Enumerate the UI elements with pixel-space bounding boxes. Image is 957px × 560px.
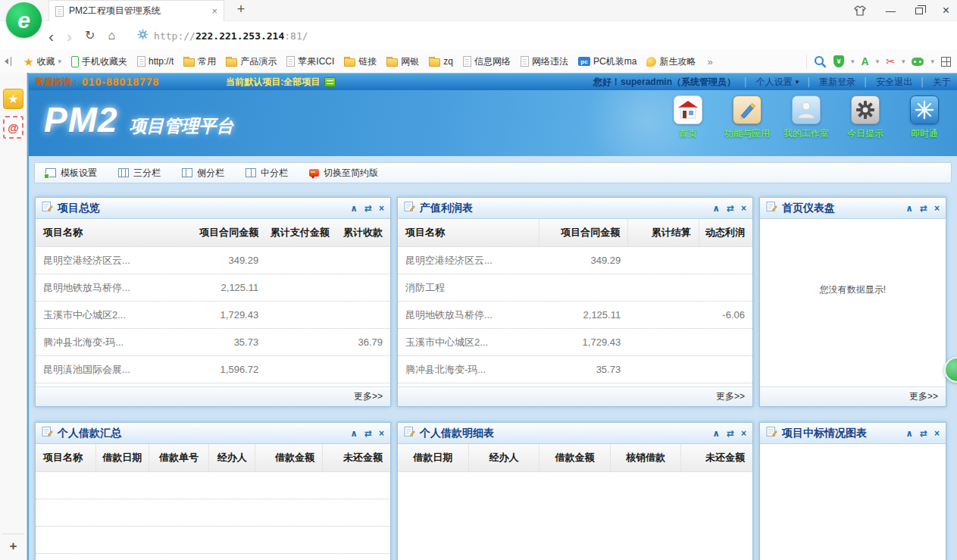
folder-icon xyxy=(429,58,440,67)
personal-settings-link[interactable]: 个人设置 xyxy=(756,76,793,89)
table-cell: 1,729.43 xyxy=(177,302,266,328)
note-icon xyxy=(42,426,53,440)
logo-text: PM2 xyxy=(44,99,118,140)
app-topbar: 客服咨询： 010-88018778 当前默认项目:全部项目 您好！supera… xyxy=(29,73,957,90)
column-header: 项目名称 xyxy=(36,444,96,471)
folder-icon xyxy=(344,58,355,67)
refresh-icon[interactable]: ⇄ xyxy=(920,203,927,214)
column-header: 未还金额 xyxy=(323,444,390,471)
bookmark-folder[interactable]: 网银 xyxy=(386,55,419,68)
bookmark-favorites[interactable]: ★收藏▾ xyxy=(23,55,61,68)
browser-tab[interactable]: PM2工程项目管理系统 × xyxy=(48,0,224,21)
refresh-icon[interactable]: ⇄ xyxy=(364,428,372,439)
nav-workspace[interactable]: 我的工作室 xyxy=(781,95,831,140)
table-cell xyxy=(266,274,337,301)
tab-close-icon[interactable]: × xyxy=(211,5,217,17)
more-link[interactable]: 更多>> xyxy=(909,390,938,403)
collapse-sidebar-icon[interactable] xyxy=(5,57,12,66)
money-shield-icon[interactable]: ¥ xyxy=(833,55,844,67)
browser-logo-icon[interactable]: e xyxy=(6,2,42,38)
sidebar-add-button[interactable]: + xyxy=(0,539,27,554)
close-icon[interactable]: × xyxy=(934,428,940,439)
new-tab-button[interactable]: + xyxy=(232,2,250,17)
refresh-icon[interactable]: ⇄ xyxy=(364,203,372,214)
table-cell: -6.06 xyxy=(699,302,752,328)
switch-simple-button[interactable]: 切换至简约版 xyxy=(309,167,378,180)
template-settings-button[interactable]: 模板设置 xyxy=(45,167,97,180)
collapse-icon[interactable]: ∧ xyxy=(350,428,358,439)
forward-button[interactable]: › xyxy=(67,28,72,44)
skin-icon[interactable] xyxy=(854,5,866,16)
close-icon[interactable]: × xyxy=(379,428,384,439)
mid-column-icon xyxy=(246,168,256,177)
nav-messenger[interactable]: 即时通 xyxy=(899,95,949,140)
games-icon[interactable] xyxy=(912,58,924,66)
close-icon[interactable]: × xyxy=(741,203,746,214)
refresh-icon[interactable]: ⇄ xyxy=(727,428,734,439)
chevron-down-icon: ▾ xyxy=(796,78,799,86)
logout-link[interactable]: 安全退出 xyxy=(876,76,912,89)
bookmark-folder[interactable]: 常用 xyxy=(183,55,216,68)
collapse-icon[interactable]: ∧ xyxy=(712,428,720,439)
phone-icon xyxy=(71,56,79,67)
apps-grid-icon[interactable] xyxy=(941,57,951,67)
bookmark-item[interactable]: 信息网络 xyxy=(463,55,511,68)
quick-search-icon[interactable] xyxy=(814,55,827,68)
more-link[interactable]: 更多>> xyxy=(716,390,745,403)
nav-functions[interactable]: 功能与应用 xyxy=(722,95,772,140)
bookmark-mobile-favorites[interactable]: 手机收藏夹 xyxy=(71,55,127,68)
close-window-button[interactable]: × xyxy=(943,4,949,17)
about-link[interactable]: 关于 xyxy=(933,76,951,89)
more-link[interactable]: 更多>> xyxy=(354,390,383,403)
home-button[interactable]: ⌂ xyxy=(108,30,115,42)
bookmark-item[interactable]: 新生攻略 xyxy=(646,55,696,68)
close-icon[interactable]: × xyxy=(379,203,384,214)
logo-subtitle: 项目管理平台 xyxy=(130,114,234,138)
current-project-label[interactable]: 当前默认项目:全部项目 xyxy=(226,76,320,89)
relogin-link[interactable]: 重新登录 xyxy=(819,76,855,89)
url-field[interactable]: http://222.221.253.214:81/ xyxy=(137,29,561,42)
bookmark-folder[interactable]: 产品演示 xyxy=(226,55,277,68)
refresh-icon[interactable]: ⇄ xyxy=(727,203,734,214)
collapse-icon[interactable]: ∧ xyxy=(350,203,358,214)
font-zoom-icon[interactable]: A xyxy=(862,55,869,67)
side-column-button[interactable]: 侧分栏 xyxy=(182,167,224,180)
mid-column-button[interactable]: 中分栏 xyxy=(246,167,288,180)
minimize-button[interactable]: — xyxy=(886,5,896,17)
panel-titlebar: 个人借款汇总 ∧ ⇄ × xyxy=(36,423,390,444)
table-cell xyxy=(209,527,255,553)
nav-home[interactable]: 首页 xyxy=(663,95,713,140)
bookmark-item[interactable]: http://t xyxy=(137,56,174,67)
sidebar-star-button[interactable]: ★ xyxy=(3,89,23,109)
bookmarks-overflow-icon[interactable]: » xyxy=(707,56,712,67)
table-cell xyxy=(337,247,390,274)
home-icon xyxy=(674,95,702,124)
three-column-button[interactable]: 三分栏 xyxy=(118,167,161,180)
bookmark-folder[interactable]: 链接 xyxy=(344,55,377,68)
panel-titlebar: 个人借款明细表 ∧ ⇄ × xyxy=(398,423,752,444)
close-icon[interactable]: × xyxy=(741,428,746,439)
table-cell: 2,125.11 xyxy=(539,302,628,328)
bookmark-folder[interactable]: zq xyxy=(429,56,453,67)
separator: │ xyxy=(806,77,812,86)
screenshot-scissors-icon[interactable]: ✂ xyxy=(886,55,895,67)
bookmark-item[interactable]: pcPC机装ma xyxy=(578,55,636,68)
nav-tips[interactable]: 今日提示 xyxy=(840,95,890,140)
refresh-icon[interactable]: ⇄ xyxy=(920,428,927,439)
collapse-icon[interactable]: ∧ xyxy=(905,428,913,439)
restore-button[interactable] xyxy=(915,8,923,14)
collapse-icon[interactable]: ∧ xyxy=(712,203,720,214)
bookmark-item[interactable]: 网络违法 xyxy=(521,55,568,68)
switch-project-icon[interactable] xyxy=(324,77,336,87)
table-cell xyxy=(323,527,390,553)
refresh-button[interactable]: ↻ xyxy=(85,30,95,42)
bookmark-item[interactable]: 苹果ICCI xyxy=(286,55,334,68)
table-cell xyxy=(266,302,337,328)
collapse-icon[interactable]: ∧ xyxy=(905,203,913,214)
back-button[interactable]: ‹ xyxy=(48,28,54,44)
chevron-down-icon: ▾ xyxy=(876,58,880,65)
template-icon xyxy=(45,168,56,177)
person-icon xyxy=(792,95,821,124)
sidebar-at-button[interactable]: @ xyxy=(3,116,23,139)
close-icon[interactable]: × xyxy=(934,203,940,214)
